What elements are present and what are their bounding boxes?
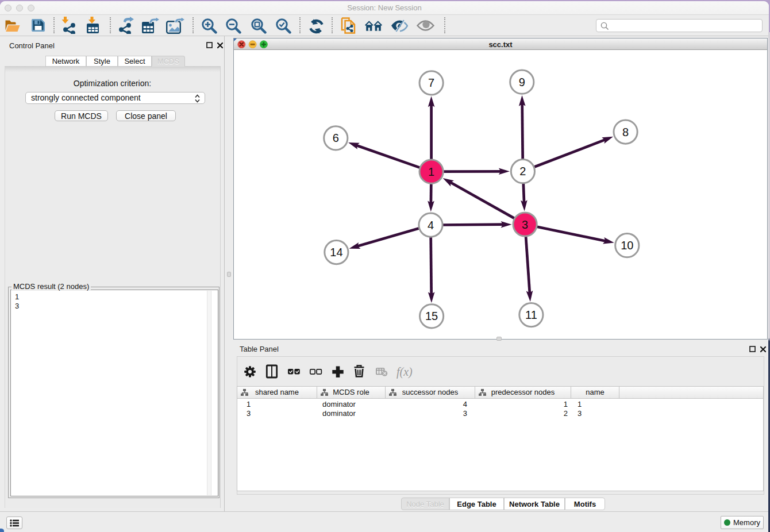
svg-text:4: 4 (428, 219, 434, 232)
svg-text:7: 7 (428, 76, 434, 89)
svg-text:2: 2 (519, 165, 526, 178)
svg-text:f(x): f(x) (396, 365, 413, 379)
svg-text:6: 6 (333, 132, 339, 144)
svg-text:1: 1 (428, 165, 434, 178)
svg-text:3: 3 (522, 218, 528, 231)
svg-text:10: 10 (621, 239, 633, 252)
svg-text:9: 9 (519, 76, 525, 88)
svg-text:15: 15 (425, 310, 438, 322)
svg-text:8: 8 (622, 126, 629, 138)
svg-text:14: 14 (330, 246, 342, 259)
svg-text:11: 11 (525, 309, 537, 321)
